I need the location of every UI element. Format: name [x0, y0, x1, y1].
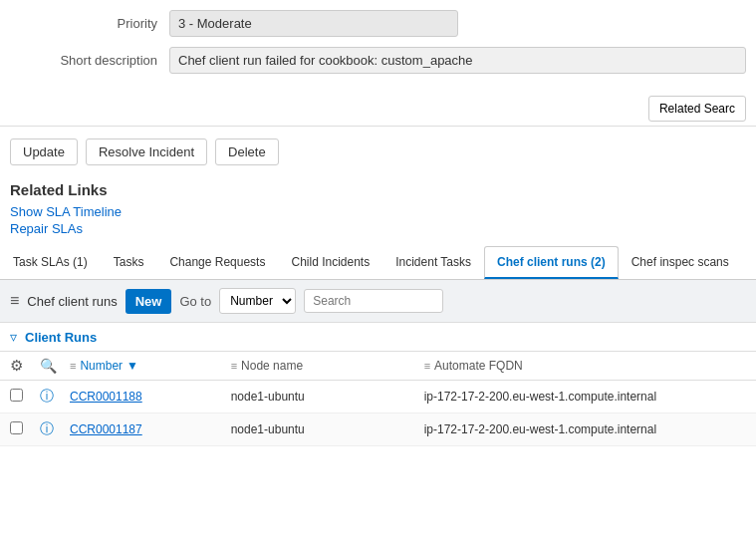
priority-input[interactable] [169, 10, 458, 37]
fqdn-col-icon: ≡ [424, 360, 430, 372]
panel-toolbar: ≡ Chef client runs New Go to Number [0, 280, 756, 323]
search-input[interactable] [304, 289, 443, 313]
fqdn-header-label: Automate FQDN [434, 359, 523, 373]
th-node-name[interactable]: ≡ Node name [231, 359, 424, 373]
checkbox-input[interactable] [10, 421, 23, 434]
filter-row: ▿ Client Runs [0, 323, 756, 352]
panel-title: Chef client runs [27, 294, 117, 309]
delete-button[interactable]: Delete [215, 138, 279, 165]
tab-task-slas-(1)[interactable]: Task SLAs (1) [0, 246, 101, 279]
row-number[interactable]: CCR0001187 [70, 422, 231, 436]
tab-child-incidents[interactable]: Child Incidents [278, 246, 382, 279]
short-desc-row: Short description [0, 47, 756, 74]
new-button[interactable]: New [126, 289, 172, 314]
hamburger-menu-icon[interactable]: ≡ [10, 292, 19, 310]
filter-icon[interactable]: ▿ [10, 329, 17, 345]
action-bar: Update Resolve Incident Delete [0, 127, 756, 177]
th-checkbox: ⚙ [10, 357, 40, 375]
repair-slas-link[interactable]: Repair SLAs [10, 221, 746, 236]
gear-icon[interactable]: ⚙ [10, 357, 23, 374]
node-header-label: Node name [241, 359, 303, 373]
row-info-icon[interactable]: ⓘ [40, 388, 70, 406]
tabs-container: Task SLAs (1)TasksChange RequestsChild I… [0, 246, 756, 280]
related-search-bar: Related Searc [0, 92, 756, 127]
tab-tasks[interactable]: Tasks [101, 246, 157, 279]
related-search-button[interactable]: Related Searc [648, 96, 746, 122]
update-button[interactable]: Update [10, 138, 78, 165]
tab-chef-inspec-scans[interactable]: Chef inspec scans [619, 246, 742, 279]
th-number[interactable]: ≡ Number ▼ [70, 359, 231, 373]
checkbox-input[interactable] [10, 389, 23, 402]
goto-select[interactable]: Number [219, 288, 296, 314]
sort-down-icon: ▼ [126, 359, 138, 373]
tab-chef-client-runs-(2)[interactable]: Chef client runs (2) [484, 246, 619, 279]
show-sla-timeline-link[interactable]: Show SLA Timeline [10, 204, 746, 219]
table-row: ⓘ CCR0001187 node1-ubuntu ip-172-17-2-20… [0, 413, 756, 446]
row-number[interactable]: CCR0001188 [70, 390, 231, 404]
filter-label: Client Runs [25, 330, 97, 345]
th-info: 🔍 [40, 358, 70, 374]
search-icon[interactable]: 🔍 [40, 358, 57, 374]
row-fqdn: ip-172-17-2-200.eu-west-1.compute.intern… [424, 390, 746, 404]
short-desc-input[interactable] [169, 47, 746, 74]
related-links-section: Related Links Show SLA Timeline Repair S… [0, 177, 756, 246]
th-fqdn[interactable]: ≡ Automate FQDN [424, 359, 746, 373]
row-info-icon[interactable]: ⓘ [40, 420, 70, 438]
row-checkbox[interactable] [10, 389, 40, 405]
number-col-icon: ≡ [70, 360, 76, 372]
tab-incident-tasks[interactable]: Incident Tasks [382, 246, 484, 279]
form-section: Priority Short description [0, 0, 756, 92]
row-fqdn: ip-172-17-2-200.eu-west-1.compute.intern… [424, 422, 746, 436]
priority-row: Priority [0, 10, 756, 37]
row-node-name: node1-ubuntu [231, 422, 424, 436]
tab-change-requests[interactable]: Change Requests [156, 246, 278, 279]
table-header: ⚙ 🔍 ≡ Number ▼ ≡ Node name ≡ Automate FQ… [0, 352, 756, 381]
resolve-incident-button[interactable]: Resolve Incident [86, 138, 207, 165]
row-node-name: node1-ubuntu [231, 390, 424, 404]
row-checkbox[interactable] [10, 421, 40, 437]
priority-label: Priority [10, 16, 169, 31]
related-links-title: Related Links [10, 181, 746, 198]
short-desc-label: Short description [10, 53, 169, 68]
table-row: ⓘ CCR0001188 node1-ubuntu ip-172-17-2-20… [0, 381, 756, 413]
go-to-label: Go to [179, 294, 211, 309]
node-col-icon: ≡ [231, 360, 237, 372]
number-header-label: Number [80, 359, 123, 373]
table-body: ⓘ CCR0001188 node1-ubuntu ip-172-17-2-20… [0, 381, 756, 446]
